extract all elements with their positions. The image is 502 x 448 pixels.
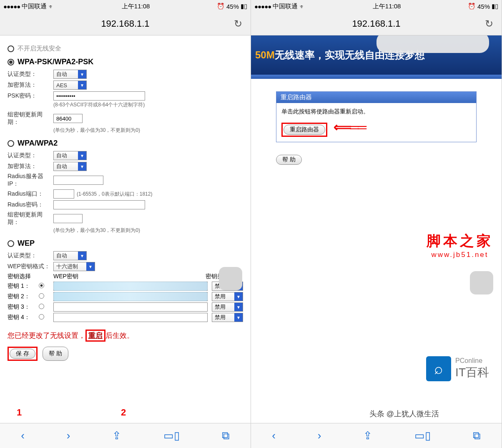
wpa-enc-label: 加密算法： <box>8 163 53 170</box>
radius-ip-input[interactable] <box>53 176 103 185</box>
radio-no-security[interactable] <box>8 45 14 52</box>
radius-pwd-input[interactable] <box>53 200 145 209</box>
banner-speed: 50M <box>255 49 275 61</box>
battery-label: 45% <box>477 3 490 10</box>
wifi-icon: ᯤ <box>299 3 306 10</box>
status-bar: ●●●●● 中国联通 ᯤ 上午11:08 ⏰ 45% ▮▯ <box>0 0 251 13</box>
url-text: 192.168.1.1 <box>352 18 400 29</box>
wpa-auth-label: 认证类型： <box>8 152 53 159</box>
key2-type[interactable]: 禁用 <box>212 292 243 301</box>
key2-radio[interactable] <box>39 293 44 299</box>
radius-pwd-label: Radius密码： <box>8 201 53 209</box>
wpa-gk-label: 组密钥更新周期： <box>8 211 53 226</box>
wep-fmt-label: WEP密钥格式： <box>8 263 53 270</box>
assistive-touch-icon[interactable] <box>470 271 493 294</box>
annotation-2: 2 <box>121 407 126 418</box>
keysel-header: 密钥选择 <box>8 273 53 280</box>
safari-toolbar: ‹ › ⇪ ▭▯ ⧉ <box>251 423 502 448</box>
bookmarks-icon[interactable]: ▭▯ <box>163 429 180 442</box>
key3-type[interactable]: 禁用 <box>212 302 243 312</box>
gk-input[interactable] <box>53 114 83 123</box>
no-security-label: 不开启无线安全 <box>18 45 61 53</box>
refresh-icon[interactable]: ↻ <box>485 18 493 30</box>
restart-message: 您已经更改了无线设置，重启后生效。 <box>8 330 243 342</box>
forward-icon[interactable]: › <box>318 429 321 442</box>
wpa-enc-select[interactable]: 自动 <box>53 162 87 171</box>
auth-label: 认证类型： <box>8 70 53 78</box>
wep-auth-label: 认证类型： <box>8 252 53 259</box>
back-icon[interactable]: ‹ <box>21 429 25 442</box>
restart-router-button[interactable]: 重启路由器 <box>284 125 325 135</box>
psk-input[interactable] <box>53 91 145 101</box>
wep-auth-select[interactable]: 自动 <box>53 251 87 260</box>
time-label: 上午11:08 <box>122 3 150 10</box>
url-text: 192.168.1.1 <box>101 18 149 29</box>
key4-radio[interactable] <box>39 314 44 320</box>
radius-port-input[interactable] <box>53 189 74 199</box>
radius-port-label: Radius端口： <box>8 190 53 198</box>
panel-text: 单击此按钮将使路由器重新启动。 <box>281 108 471 116</box>
share-icon[interactable]: ⇪ <box>112 429 121 442</box>
radio-wpa[interactable] <box>8 140 14 147</box>
wpa-title: WPA/WPA2 <box>18 139 58 148</box>
key1-radio[interactable] <box>39 283 44 288</box>
signal-dots-icon: ●●●●● <box>254 3 271 10</box>
share-icon[interactable]: ⇪ <box>363 429 372 442</box>
key3-input[interactable] <box>53 302 208 312</box>
time-label: 上午11:08 <box>373 3 401 10</box>
restart-link[interactable]: 重启 <box>88 332 103 340</box>
banner: 50M 无线速率，实现无线自由连接梦想 <box>251 35 502 75</box>
key4-input[interactable] <box>53 313 208 322</box>
attribution-text: 头条 @上犹人微生活 <box>369 409 439 419</box>
alarm-icon: ⏰ <box>217 3 225 10</box>
bookmarks-icon[interactable]: ▭▯ <box>414 429 431 442</box>
safari-toolbar: ‹ › ⇪ ▭▯ ⧉ <box>0 423 251 448</box>
carrier-label: 中国联通 <box>273 3 298 10</box>
help-button[interactable]: 帮 助 <box>43 347 68 361</box>
radius-port-hint: (1-65535，0表示默认端口：1812) <box>77 191 152 198</box>
battery-icon: ▮▯ <box>241 3 247 10</box>
key3-radio[interactable] <box>39 304 44 309</box>
radio-wpapsk[interactable] <box>8 59 14 65</box>
enc-select[interactable]: AES <box>53 81 87 90</box>
auth-select[interactable]: 自动 <box>53 70 87 79</box>
wpa-gk-input[interactable] <box>53 214 83 223</box>
wep-fmt-select[interactable]: 十六进制 <box>53 262 95 271</box>
key2-input[interactable] <box>53 292 208 301</box>
key1-label: 密钥 1： <box>8 282 39 290</box>
gk-hint: (单位为秒，最小值为30，不更新则为0) <box>53 127 243 134</box>
annotation-1: 1 <box>17 407 22 418</box>
save-button[interactable]: 保 存 <box>10 349 35 359</box>
tabs-icon[interactable]: ⧉ <box>473 429 481 442</box>
key1-input[interactable] <box>53 282 208 291</box>
signal-dots-icon: ●●●●● <box>3 3 20 10</box>
wpa-auth-select[interactable]: 自动 <box>53 151 87 160</box>
arrow-annotation: ⟸══ <box>329 120 365 134</box>
url-bar[interactable]: 192.168.1.1 ↻ <box>0 13 251 35</box>
wpapsk-title: WPA-PSK/WPA2-PSK <box>18 58 93 66</box>
wep-title: WEP <box>18 239 35 248</box>
radio-wep[interactable] <box>8 240 14 247</box>
refresh-icon[interactable]: ↻ <box>234 18 242 30</box>
psk-label: PSK密码： <box>8 92 53 100</box>
battery-icon: ▮▯ <box>492 3 498 10</box>
alarm-icon: ⏰ <box>468 3 476 10</box>
battery-label: 45% <box>226 3 239 10</box>
blur-overlay <box>376 35 489 53</box>
wepkey-header: WEP密钥 <box>53 273 206 280</box>
panel-title: 重启路由器 <box>276 92 476 103</box>
forward-icon[interactable]: › <box>67 429 70 442</box>
help-button[interactable]: 帮 助 <box>276 155 302 165</box>
status-bar: ●●●●● 中国联通 ᯤ 上午11:08 ⏰ 45% ▮▯ <box>251 0 502 13</box>
wifi-icon: ᯤ <box>48 3 55 10</box>
key4-label: 密钥 4： <box>8 314 39 321</box>
psk-hint: (8-63个ASCII字符或8-64个十六进制字符) <box>53 101 243 108</box>
search-icon: ⌕ <box>426 356 451 381</box>
key4-type[interactable]: 禁用 <box>212 313 243 322</box>
watermark-pconline: ⌕ PConlineIT百科 <box>426 356 489 381</box>
url-bar[interactable]: 192.168.1.1 ↻ <box>251 13 502 35</box>
carrier-label: 中国联通 <box>22 3 47 10</box>
tabs-icon[interactable]: ⧉ <box>222 429 230 442</box>
back-icon[interactable]: ‹ <box>272 429 276 442</box>
assistive-touch-icon[interactable] <box>219 267 242 290</box>
